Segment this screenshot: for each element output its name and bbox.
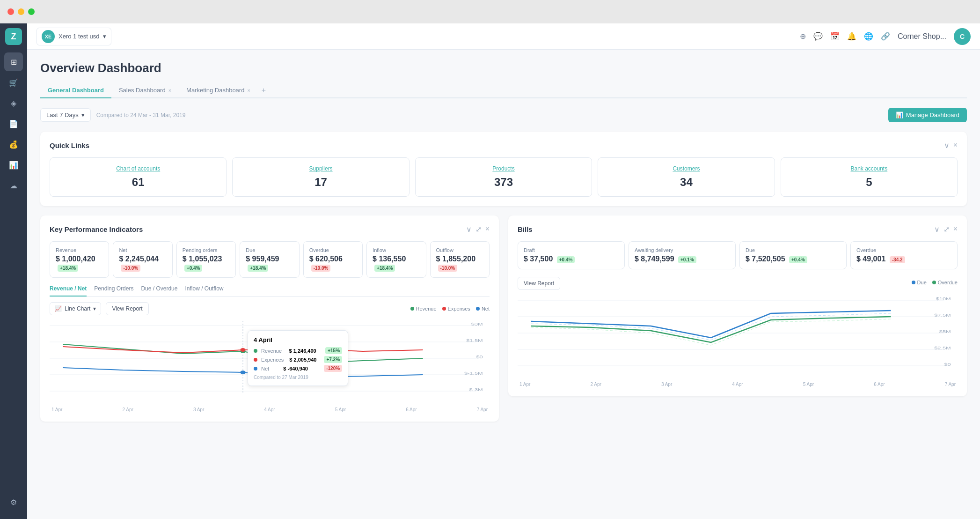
kpi-outflow: Outflow $ 1,855,200 -10.0% (430, 241, 490, 278)
expand-icon[interactable]: ⤢ (943, 225, 950, 234)
x-label-3: 4 Apr (264, 407, 275, 412)
chart-tab-pending-orders[interactable]: Pending Orders (94, 285, 133, 297)
quick-link-chart-of-accounts[interactable]: Chart of accounts 61 (50, 157, 227, 197)
kpi-pending-value: $ 1,055,023 +0.4% (183, 255, 230, 272)
tooltip-date: 4 April (254, 336, 342, 343)
kpi-due-value: $ 959,459 +18.4% (246, 255, 293, 272)
sidebar-item-documents[interactable]: 📄 (4, 114, 23, 133)
manage-icon: 📊 (896, 111, 903, 119)
link-icon[interactable]: 🔗 (881, 32, 890, 41)
tab-general-dashboard[interactable]: General Dashboard (40, 83, 111, 98)
close-icon[interactable]: × (485, 225, 490, 234)
sidebar: Z ⊞ 🛒 ◈ 📄 💰 📊 ☁ ⚙ (0, 0, 27, 519)
x-label-1: 2 Apr (122, 407, 133, 412)
content-area: Overview Dashboard General Dashboard Sal… (27, 50, 980, 519)
notification-icon[interactable]: 🔔 (847, 32, 856, 41)
kpi-inflow-label: Inflow (373, 247, 420, 253)
tab-add-button[interactable]: + (258, 84, 270, 96)
tooltip-revenue-badge: +15% (325, 347, 342, 354)
sidebar-item-orders[interactable]: 🛒 (4, 73, 23, 92)
tab-marketing-dashboard[interactable]: Marketing Dashboard × (179, 83, 258, 98)
kpi-x-axis: 1 Apr 2 Apr 3 Apr 4 Apr 5 Apr 6 Apr 7 Ap… (50, 407, 490, 412)
quick-link-suppliers[interactable]: Suppliers 17 (232, 157, 409, 197)
quick-link-value-1: 17 (240, 176, 401, 189)
bills-x-0: 1 Apr (519, 382, 530, 387)
close-icon[interactable]: × (953, 225, 958, 234)
sidebar-item-dashboard[interactable]: ⊞ (4, 52, 23, 71)
quick-link-bank-accounts[interactable]: Bank accounts 5 (781, 157, 958, 197)
view-report-button[interactable]: View Report (106, 302, 148, 315)
quick-link-label-3[interactable]: Customers (606, 165, 767, 172)
tab-sales-dashboard[interactable]: Sales Dashboard × (111, 83, 179, 98)
kpi-due-label: Due (246, 247, 293, 253)
legend-expenses: Expenses (442, 306, 470, 311)
kpi-revenue-label: Revenue (56, 247, 103, 253)
sidebar-item-cloud[interactable]: ☁ (4, 176, 23, 195)
tab-close-marketing[interactable]: × (247, 88, 250, 93)
expand-icon[interactable]: ⤢ (475, 225, 482, 234)
date-filter-dropdown[interactable]: Last 7 Days ▾ (40, 108, 91, 122)
quick-link-label-4[interactable]: Bank accounts (789, 165, 950, 172)
x-label-0: 1 Apr (51, 407, 62, 412)
bills-kpi-due: Due $ 7,520,505 +0.4% (739, 241, 847, 269)
kpi-pending-badge: +0.4% (184, 265, 203, 272)
globe-icon[interactable]: 🌐 (864, 32, 873, 41)
svg-text:$0: $0 (944, 362, 951, 367)
tooltip-compare: Compared to 27 Mar 2019 (254, 375, 342, 380)
close-button[interactable] (7, 8, 14, 15)
quick-link-label-1[interactable]: Suppliers (240, 165, 401, 172)
chart-type-dropdown[interactable]: 📈 Line Chart ▾ (50, 302, 101, 315)
quick-link-label-2[interactable]: Products (423, 165, 584, 172)
sidebar-item-products[interactable]: ◈ (4, 94, 23, 112)
collapse-icon[interactable]: ∨ (934, 225, 940, 234)
tab-close-sales[interactable]: × (168, 88, 171, 93)
chat-icon[interactable]: 💬 (813, 32, 823, 41)
bills-x-4: 5 Apr (803, 382, 814, 387)
kpi-overdue-label: Overdue (309, 247, 357, 253)
bills-due-value: $ 7,520,505 +0.4% (746, 255, 841, 263)
calendar-icon[interactable]: 📅 (830, 32, 840, 41)
page-title: Overview Dashboard (40, 61, 967, 75)
chart-tab-revenue-net[interactable]: Revenue / Net (50, 285, 87, 297)
svg-text:$0: $0 (476, 355, 483, 359)
kpi-overdue-badge: -10.0% (311, 265, 331, 272)
kpi-net-badge: -10.0% (121, 265, 140, 272)
chart-tab-due-overdue[interactable]: Due / Overdue (141, 285, 177, 297)
chart-tabs: Revenue / Net Pending Orders Due / Overd… (50, 285, 490, 297)
bills-awaiting-value: $ 8,749,599 +0.1% (635, 255, 730, 263)
sidebar-item-accounts[interactable]: 💰 (4, 135, 23, 154)
chart-tab-inflow-outflow[interactable]: Inflow / Outflow (185, 285, 223, 297)
user-avatar[interactable]: C (954, 28, 971, 45)
quick-links-title: Quick Links (50, 141, 89, 149)
kpi-due-badge: +18.4% (248, 265, 268, 272)
kpi-actions: ∨ ⤢ × (466, 225, 490, 234)
legend-overdue: Overdue (932, 280, 958, 285)
bills-awaiting-label: Awaiting delivery (635, 247, 730, 253)
add-icon[interactable]: ⊕ (800, 32, 806, 41)
bills-kpi-draft: Draft $ 37,500 +0.4% (518, 241, 625, 269)
kpi-inflow-value: $ 136,550 +18.4% (373, 255, 420, 272)
close-icon[interactable]: × (953, 141, 958, 150)
bills-x-axis: 1 Apr 2 Apr 3 Apr 4 Apr 5 Apr 6 Apr 7 Ap… (518, 382, 958, 387)
sidebar-item-reports[interactable]: 📊 (4, 156, 23, 174)
user-name[interactable]: Corner Shop... (898, 32, 946, 41)
collapse-icon[interactable]: ∨ (466, 225, 472, 234)
minimize-button[interactable] (18, 8, 24, 15)
bills-view-report-button[interactable]: View Report (518, 277, 560, 290)
manage-dashboard-button[interactable]: 📊 Manage Dashboard (888, 108, 967, 122)
kpi-outflow-value: $ 1,855,200 -10.0% (436, 255, 483, 272)
tooltip-net-badge: -120% (324, 365, 342, 372)
bills-chart-area: $10M $7.5M $5M $2.5M $0 (518, 296, 958, 380)
quick-link-products[interactable]: Products 373 (415, 157, 592, 197)
quick-link-customers[interactable]: Customers 34 (598, 157, 775, 197)
maximize-button[interactable] (28, 8, 35, 15)
chart-tooltip: 4 April Revenue $ 1,246,400 +15% Expence… (248, 330, 348, 386)
quick-link-label-0[interactable]: Chart of accounts (58, 165, 219, 172)
collapse-icon[interactable]: ∨ (944, 141, 950, 150)
org-selector[interactable]: XE Xero 1 test usd ▾ (37, 28, 111, 45)
sidebar-item-settings[interactable]: ⚙ (4, 493, 23, 512)
chart-type-label: Line Chart (65, 305, 90, 312)
bills-draft-badge: +0.4% (557, 256, 575, 263)
tooltip-expenses-badge: +7.2% (324, 356, 342, 363)
kpi-overdue: Overdue $ 620,506 -10.0% (303, 241, 363, 278)
